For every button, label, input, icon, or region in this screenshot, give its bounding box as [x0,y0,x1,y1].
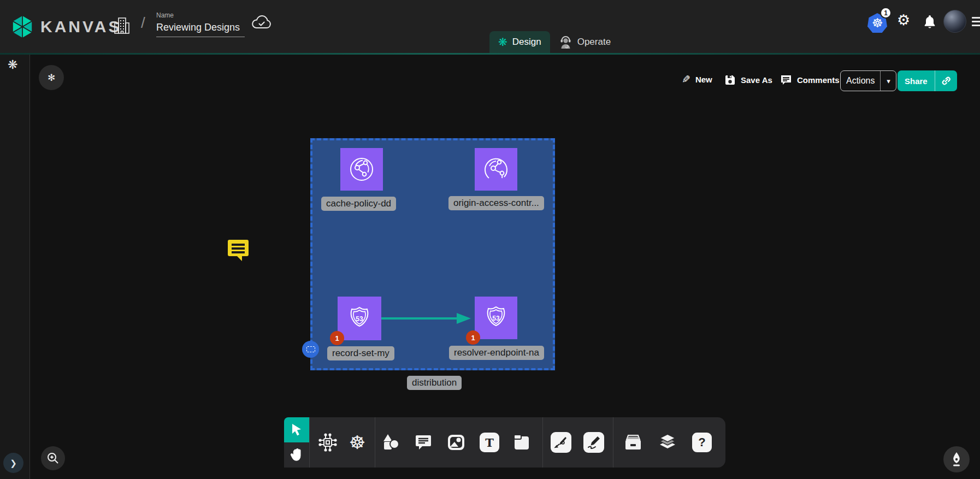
pencil-icon: ✎ [682,74,690,85]
layers-tool[interactable] [653,417,682,468]
pen-path-icon [554,435,568,450]
kubernetes-tool[interactable]: ☸ [343,417,371,468]
select-tool[interactable] [284,417,309,442]
chevron-right-icon: ❯ [10,458,17,468]
hand-icon [290,448,303,462]
meshery-sidebar-icon[interactable]: ❋ [8,59,17,71]
group-select-handle[interactable] [302,341,319,358]
tab-operate-label: Operate [577,37,611,48]
new-button-label: New [695,75,712,84]
actions-button-label[interactable]: Actions [841,71,880,91]
dock-divider [613,417,613,468]
kanvas-hexagon-icon [11,14,34,39]
help-tool[interactable]: ? [688,417,716,468]
magnifier-plus-icon [46,452,60,465]
component-tool[interactable] [314,417,342,468]
kanvas-app: KANVAS / Name Reviewing Designs [0,0,980,479]
pen-nib-icon [949,452,964,467]
route53-shield-icon: 53 [482,304,510,332]
save-as-button-label: Save As [741,75,772,85]
canvas-comment-marker[interactable] [226,238,250,263]
node-label-resolver-endpoint[interactable]: resolver-endpoint-na [449,346,544,360]
node-label-origin-access-control[interactable]: origin-access-contr... [448,196,544,210]
tab-operate[interactable]: Operate [550,31,619,53]
pan-tool[interactable] [284,442,309,468]
pencil-tool[interactable] [580,417,608,468]
kubernetes-context-count-badge: 1 [880,7,892,19]
organization-icon[interactable] [114,16,130,37]
zoom-in-button[interactable] [41,446,65,470]
kubernetes-wheel-icon: ☸ [872,17,883,29]
sidebar-expand-button[interactable]: ❯ [3,453,23,473]
notifications-bell-icon[interactable] [923,14,936,32]
archive-tool[interactable] [619,417,647,468]
text-t-glyph: T [485,436,494,450]
shapes-tool[interactable] [376,417,405,468]
caret-down-icon: ▾ [887,77,890,85]
image-icon [447,434,465,451]
node-origin-access-control[interactable] [475,148,517,191]
svg-text:53: 53 [356,315,363,323]
operator-headset-icon [559,35,572,49]
meshery-swirl-icon: ❋ [498,37,507,48]
pen-tool[interactable] [547,417,575,468]
actions-dropdown-toggle[interactable]: ▾ [880,71,896,91]
shapes-icon [381,433,400,452]
text-tool[interactable]: T [475,417,504,468]
node-record-set[interactable]: 53 [338,297,381,340]
pen-mode-button[interactable] [943,446,970,472]
comments-button-label: Comments [797,75,840,85]
pencil-scribble-icon [587,435,601,450]
image-tool[interactable] [442,417,470,468]
copy-link-button[interactable] [935,70,957,91]
pen-tool-square [551,432,571,453]
frame-note-icon [512,433,531,452]
breadcrumb-slash: / [141,14,145,32]
user-avatar[interactable] [943,10,966,33]
edge-record-set-to-resolver[interactable] [377,311,475,326]
tab-design-label: Design [512,37,541,48]
save-as-button[interactable]: Save As [724,74,772,86]
node-resolver-endpoint[interactable]: 53 [475,297,517,339]
dock-divider [375,417,375,468]
frame-tool[interactable] [507,417,536,468]
tool-dock: ☸ T [284,417,725,468]
comments-icon [780,74,792,86]
dashed-rect-icon [306,346,315,352]
design-name-field[interactable]: Name Reviewing Designs [156,11,245,37]
hamburger-menu-icon[interactable] [972,17,980,28]
kanvas-logo[interactable]: KANVAS [11,14,121,39]
dock-divider [309,417,310,468]
tab-design[interactable]: ❋ Design [489,31,550,53]
canvas-menu-button[interactable]: ✻ [39,65,64,90]
node-record-set-badge[interactable]: 1 [330,331,344,345]
cloudfront-globe-icon [482,155,510,184]
logo-text: KANVAS [40,17,121,36]
new-button[interactable]: ✎ New [682,74,712,85]
link-icon [941,75,952,86]
share-split-button[interactable]: Share [898,70,957,91]
cloudfront-globe-icon [347,155,376,184]
node-label-cache-policy[interactable]: cache-policy-dd [321,197,396,211]
comments-button[interactable]: Comments [780,74,840,86]
top-header: KANVAS / Name Reviewing Designs [0,0,980,53]
cursor-arrow-icon [291,423,303,436]
share-button-label[interactable]: Share [898,70,935,91]
node-cache-policy[interactable] [340,148,383,191]
actions-split-button[interactable]: Actions ▾ [840,70,896,91]
comment-tool[interactable] [409,417,438,468]
node-label-record-set[interactable]: record-set-my [327,346,394,360]
svg-text:53: 53 [492,315,500,322]
name-field-underline [156,37,245,37]
route53-shield-icon: 53 [346,305,373,332]
name-field-label: Name [156,11,245,19]
name-field-value[interactable]: Reviewing Designs [156,22,245,33]
floppy-save-icon [724,74,736,86]
header-accent-line [0,53,980,55]
group-label-distribution[interactable]: distribution [407,376,462,390]
component-chip-icon [318,433,338,452]
node-resolver-endpoint-badge[interactable]: 1 [466,330,480,345]
left-sidebar: ❋ ❯ [0,55,30,479]
comment-bubble-icon [415,434,432,451]
settings-gear-icon[interactable]: ⚙ [897,13,910,28]
